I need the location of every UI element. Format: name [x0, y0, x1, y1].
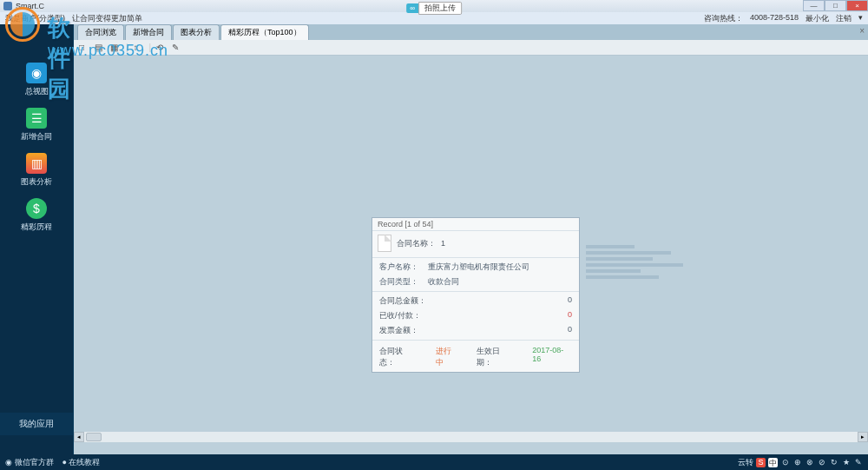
minimize-button[interactable]: — [803, 0, 825, 11]
tab-charts[interactable]: 图表分析 [173, 24, 220, 40]
taskbar-wechat[interactable]: ◉ 微信官方群 [5, 457, 54, 468]
upload-text: 拍照上传 [418, 2, 462, 15]
amount-invoice-label: 发票金额： [379, 325, 418, 336]
checklist-icon: ☰ [26, 108, 47, 129]
type-value: 收款合同 [428, 276, 572, 288]
taskbar: ◉ 微信官方群 ● 在线教程 云转 S 中 ⊙ ⊕ ⊗ ⊘ ↻ ★ ✎ [0, 454, 868, 470]
sidebar-label: 精彩历程 [21, 222, 52, 233]
dropdown-icon[interactable]: ▾ [858, 13, 863, 24]
status-value: 进行中 [436, 346, 459, 368]
tray-icon-ime[interactable]: 中 [768, 458, 778, 467]
hotline-label: 咨询热线： [704, 13, 743, 24]
amount-paid-value: 0 [568, 310, 572, 321]
hotline-number: 4008-728-518 [750, 13, 799, 24]
logout-link[interactable]: 注销 [836, 13, 852, 24]
scroll-left-button[interactable]: ◂ [74, 432, 84, 442]
tray-prefix: 云转 [738, 457, 753, 468]
tray-icon-3[interactable]: ⊙ [780, 458, 790, 467]
effective-label: 生效日期： [477, 346, 516, 368]
sidebar-item-overview[interactable]: ◉ 总视图 [0, 56, 73, 101]
amount-total-label: 合同总金额： [379, 295, 426, 307]
sidebar: ◉ 总视图 ☰ 新增合同 ▥ 图表分析 $ 精彩历程 我的应用 [0, 24, 74, 454]
chart-icon: ▥ [26, 153, 47, 174]
record-header: Record [1 of 54] [372, 218, 579, 231]
tab-browse[interactable]: 合同浏览 [77, 24, 124, 40]
menu-right: 咨询热线： 4008-728-518 最小化 注销 ▾ [704, 13, 863, 24]
amount-paid-label: 已收/付款： [379, 310, 421, 321]
scroll-right-button[interactable]: ▸ [858, 432, 868, 442]
tray-icon-5[interactable]: ⊗ [805, 458, 814, 467]
contract-name-label: 合同名称： [397, 238, 436, 249]
app-title: Smart.C [16, 2, 44, 10]
toolbar-icon-5[interactable]: ⟲ [156, 43, 167, 53]
horizontal-scrollbar[interactable]: ◂ ▸ [74, 432, 868, 442]
tray-icon-4[interactable]: ⊕ [792, 458, 802, 467]
record-panel[interactable]: Record [1 of 54] 合同名称： 1 客户名称： 重庆富力塑电机有限… [372, 217, 580, 373]
status-row: 合同状态： 进行中 生效日期： 2017-08-16 [372, 342, 579, 372]
upload-badge[interactable]: ∞ 拍照上传 [406, 2, 462, 15]
taskbar-left: ◉ 微信官方群 ● 在线教程 [5, 457, 100, 468]
window-controls: — □ × [803, 0, 868, 11]
titlebar: Smart.C ∞ 拍照上传 — □ × [0, 0, 868, 12]
tray-icon-7[interactable]: ↻ [829, 458, 838, 467]
customer-value: 重庆富力塑电机有限责任公司 [428, 261, 572, 273]
close-button[interactable]: × [846, 0, 868, 11]
toolbar-icon-4[interactable]: ↕ [134, 43, 144, 53]
sidebar-my-apps[interactable]: 我的应用 [0, 413, 73, 435]
customer-row: 客户名称： 重庆富力塑电机有限责任公司 [372, 260, 579, 275]
toolbar-icon-1[interactable]: □ [79, 43, 89, 53]
tab-new[interactable]: 新增合同 [125, 24, 172, 40]
amount-total-row: 合同总金额： 0 [372, 294, 579, 308]
file-icon [378, 235, 391, 252]
tray-icon-8[interactable]: ★ [841, 458, 851, 467]
sidebar-item-charts[interactable]: ▥ 图表分析 [0, 146, 73, 191]
menu-left: 我是商户(分类型) 让合同变得更加简单 [5, 13, 142, 24]
menu-item-slogan: 让合同变得更加简单 [72, 13, 142, 24]
status-label: 合同状态： [379, 346, 418, 368]
customer-label: 客户名称： [379, 261, 428, 273]
sidebar-label: 新增合同 [21, 131, 52, 142]
amount-invoice-row: 发票金额： 0 [372, 323, 579, 338]
amount-invoice-value: 0 [568, 325, 572, 336]
type-row: 合同类型： 收款合同 [372, 275, 579, 289]
effective-value: 2017-08-16 [532, 346, 572, 368]
tray-icon-s[interactable]: S [756, 458, 766, 467]
taskbar-right: 云转 S 中 ⊙ ⊕ ⊗ ⊘ ↻ ★ ✎ [738, 457, 863, 468]
tabs: 合同浏览 新增合同 图表分析 精彩历程（Top100） × [74, 24, 868, 40]
toolbar-icon-6[interactable]: ✎ [172, 43, 182, 53]
canvas[interactable]: Record [1 of 54] 合同名称： 1 客户名称： 重庆富力塑电机有限… [74, 56, 868, 442]
dollar-icon: $ [26, 198, 47, 219]
sidebar-label: 图表分析 [21, 176, 52, 188]
ghost-thumbnail [586, 245, 707, 297]
eye-icon: ◉ [26, 63, 47, 83]
contract-name-value: 1 [441, 239, 445, 248]
toolbar-icon-2[interactable]: ▤ [95, 43, 105, 53]
app-icon [3, 2, 12, 10]
amount-total-value: 0 [568, 295, 572, 307]
record-title-row: 合同名称： 1 [372, 231, 579, 255]
toolbar: □ ▤ ▦ | ↕ | ⟲ ✎ [74, 40, 868, 56]
tab-journey[interactable]: 精彩历程（Top100） [220, 24, 309, 40]
sidebar-item-new-contract[interactable]: ☰ 新增合同 [0, 101, 73, 146]
menu-item-merchant[interactable]: 我是商户(分类型) [5, 13, 65, 24]
main-area: 合同浏览 新增合同 图表分析 精彩历程（Top100） × □ ▤ ▦ | ↕ … [74, 24, 868, 454]
toolbar-icon-3[interactable]: ▦ [110, 43, 121, 53]
tab-close-all[interactable]: × [859, 26, 865, 36]
type-label: 合同类型： [379, 276, 428, 288]
sidebar-label: 总视图 [25, 86, 49, 97]
maximize-button[interactable]: □ [825, 0, 846, 11]
taskbar-tutorial[interactable]: ● 在线教程 [62, 457, 101, 468]
sidebar-item-journey[interactable]: $ 精彩历程 [0, 191, 73, 236]
tray-icon-9[interactable]: ✎ [853, 458, 863, 467]
minimize-link[interactable]: 最小化 [806, 13, 829, 24]
tray-icon-6[interactable]: ⊘ [817, 458, 826, 467]
amount-paid-row: 已收/付款： 0 [372, 308, 579, 323]
upload-icon: ∞ [406, 3, 418, 13]
scroll-thumb[interactable] [86, 433, 102, 441]
